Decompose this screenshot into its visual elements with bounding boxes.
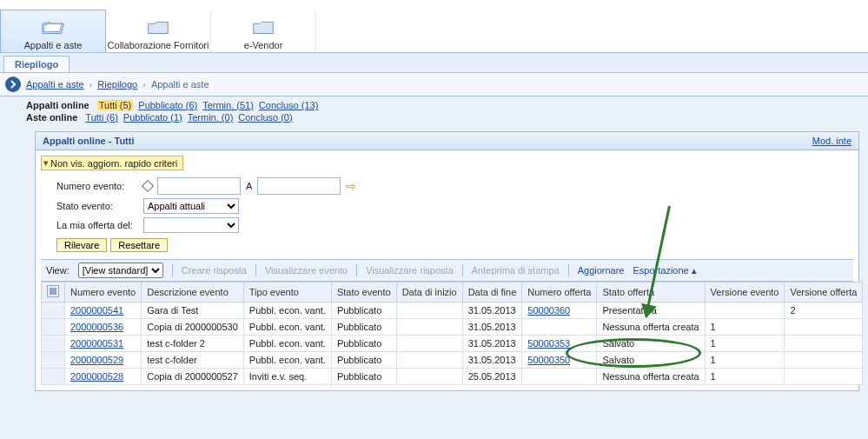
- numero-evento-to-input[interactable]: [257, 177, 341, 195]
- col-descrizione-evento[interactable]: Descrizione evento: [142, 283, 244, 303]
- cell-stato-evento: Pubblicato: [331, 352, 396, 369]
- range-to-label: A: [246, 181, 252, 191]
- chevron-down-icon: ▾: [43, 157, 49, 169]
- col-stato-offerta[interactable]: Stato offerta: [597, 283, 705, 303]
- appalti-filter-link[interactable]: Termin. (51): [202, 100, 254, 110]
- results-panel: Appalti online - Tutti Mod. inte ▾ Non v…: [35, 131, 859, 391]
- stato-evento-label: Stato evento:: [56, 201, 143, 211]
- row-selector[interactable]: [42, 319, 65, 336]
- cell-numero-offerta-link[interactable]: 50000360: [527, 305, 570, 316]
- table-row[interactable]: 2000000536Copia di 2000000530Pubbl. econ…: [42, 319, 863, 336]
- cell-numero-evento-link[interactable]: 2000000531: [70, 338, 123, 349]
- resettare-button[interactable]: Resettare: [110, 238, 168, 252]
- nav-back-button[interactable]: [5, 76, 21, 92]
- folder-icon: [250, 16, 276, 38]
- separator: [356, 264, 357, 276]
- aggiornare-link[interactable]: Aggiornare: [578, 265, 625, 276]
- cell-data-inizio: [396, 303, 462, 319]
- stato-evento-select[interactable]: Appalti attuali: [143, 198, 239, 214]
- cell-versione-evento: 1: [705, 352, 785, 369]
- aste-filter-link[interactable]: Termin. (0): [188, 112, 234, 123]
- separator: [462, 264, 463, 276]
- cell-stato-evento: Pubblicato: [331, 319, 396, 336]
- appalti-filter-link[interactable]: Concluso (13): [259, 100, 318, 110]
- cell-tipo-evento: Pubbl. econ. vant.: [243, 336, 331, 352]
- appalti-filter-link[interactable]: Pubblicato (6): [138, 100, 197, 110]
- cell-numero-offerta-link[interactable]: 50000353: [527, 338, 570, 349]
- col-numero-offerta[interactable]: Numero offerta: [522, 283, 597, 303]
- cell-numero-evento-link[interactable]: 2000000528: [70, 371, 123, 382]
- col-data-inizio[interactable]: Data di inizio: [396, 283, 462, 303]
- diamond-icon: [142, 180, 154, 192]
- view-select[interactable]: [View standard]: [78, 263, 163, 278]
- table-row[interactable]: 2000000528Copia di 2000000527Inviti e.v.…: [42, 369, 863, 385]
- anteprima-stampa-link[interactable]: Anteprima di stampa: [472, 265, 560, 276]
- appalti-filter-link[interactable]: Tutti (5): [97, 100, 134, 110]
- aste-filter-link[interactable]: Pubblicato (1): [123, 112, 182, 123]
- cell-data-fine: 25.05.2013: [462, 369, 522, 385]
- col-versione-offerta[interactable]: Versione offerta: [785, 283, 863, 303]
- row-selector[interactable]: [42, 303, 65, 319]
- col-data-fine[interactable]: Data di fine: [462, 283, 522, 303]
- breadcrumb-item[interactable]: Appalti e aste: [26, 79, 84, 90]
- row-selector[interactable]: [42, 352, 65, 369]
- toolbar-item-collaborazione[interactable]: Collaborazione Fornitori: [106, 10, 211, 52]
- row-selector[interactable]: [42, 369, 65, 385]
- cell-numero-offerta[interactable]: [522, 319, 597, 336]
- chevron-right-icon: [9, 80, 17, 89]
- cell-numero-evento[interactable]: 2000000529: [65, 352, 142, 369]
- select-all-header[interactable]: [42, 283, 65, 303]
- cell-numero-evento[interactable]: 2000000536: [65, 319, 142, 336]
- col-stato-evento[interactable]: Stato evento: [331, 283, 396, 303]
- offerta-del-select[interactable]: [143, 217, 239, 233]
- tab-riepilogo[interactable]: Riepilogo: [3, 56, 70, 72]
- visualizzare-evento-link[interactable]: Visualizzare evento: [265, 265, 348, 276]
- cell-numero-offerta[interactable]: 50000353: [522, 336, 597, 352]
- cell-numero-evento[interactable]: 2000000528: [65, 369, 142, 385]
- table-row[interactable]: 2000000529test c-folderPubbl. econ. vant…: [42, 352, 863, 369]
- cell-numero-evento[interactable]: 2000000531: [65, 336, 142, 352]
- aste-filter-link[interactable]: Tutti (6): [85, 112, 118, 123]
- sort-icon: ▴: [692, 265, 697, 276]
- esportazione-link[interactable]: Esportazione ▴: [633, 265, 697, 276]
- numero-evento-from-input[interactable]: [157, 177, 241, 195]
- col-numero-evento[interactable]: Numero evento: [65, 283, 142, 303]
- table-row[interactable]: 2000000541Gara di TestPubbl. econ. vant.…: [42, 303, 863, 319]
- toolbar-item-evendor[interactable]: e-Vendor: [211, 10, 316, 52]
- aste-filter-link[interactable]: Concluso (0): [238, 112, 292, 123]
- rilevare-button[interactable]: Rilevare: [56, 238, 107, 252]
- cell-numero-evento-link[interactable]: 2000000541: [70, 305, 123, 316]
- go-arrow-icon[interactable]: ⇨: [346, 179, 356, 193]
- breadcrumb-sep: ›: [142, 79, 146, 90]
- toolbar-item-label: Collaborazione Fornitori: [108, 40, 209, 50]
- cell-numero-offerta[interactable]: 50000360: [522, 303, 597, 319]
- row-selector[interactable]: [42, 336, 65, 352]
- col-versione-evento[interactable]: Versione evento: [705, 283, 785, 303]
- cell-tipo-evento: Pubbl. econ. vant.: [243, 352, 331, 369]
- cell-stato-offerta: Salvato: [597, 352, 705, 369]
- toggle-quick-criteria[interactable]: ▾ Non vis. aggiorn. rapido criteri: [41, 156, 183, 170]
- toolbar-item-appalti[interactable]: Appalti e aste: [0, 10, 106, 52]
- cell-numero-offerta[interactable]: [522, 369, 597, 385]
- view-label: View:: [46, 265, 70, 276]
- cell-tipo-evento: Pubbl. econ. vant.: [243, 303, 331, 319]
- cell-numero-evento-link[interactable]: 2000000536: [70, 322, 123, 332]
- modify-query-link[interactable]: Mod. inte: [812, 136, 851, 146]
- filter-appalti-label: Appalti online: [26, 100, 89, 110]
- cell-descrizione-evento: test c-folder: [142, 352, 244, 369]
- cell-numero-offerta[interactable]: 50000350: [522, 352, 597, 369]
- visualizzare-risposta-link[interactable]: Visualizzare risposta: [366, 265, 454, 276]
- filter-summary: Appalti online Tutti (5)Pubblicato (6)Te…: [0, 96, 868, 128]
- creare-risposta-link[interactable]: Creare risposta: [182, 265, 247, 276]
- toolbar-item-label: Appalti e aste: [24, 40, 83, 50]
- cell-numero-evento[interactable]: 2000000541: [65, 303, 142, 319]
- cell-stato-offerta: Presentato/a: [597, 303, 705, 319]
- cell-versione-offerta: [785, 319, 863, 336]
- results-table: Numero evento Descrizione evento Tipo ev…: [41, 282, 863, 385]
- cell-numero-offerta-link[interactable]: 50000350: [527, 355, 570, 365]
- cell-numero-evento-link[interactable]: 2000000529: [70, 355, 123, 365]
- cell-stato-offerta: Salvato: [597, 336, 705, 352]
- table-row[interactable]: 2000000531test c-folder 2Pubbl. econ. va…: [42, 336, 863, 352]
- breadcrumb-item[interactable]: Riepilogo: [97, 79, 137, 90]
- col-tipo-evento[interactable]: Tipo evento: [243, 283, 331, 303]
